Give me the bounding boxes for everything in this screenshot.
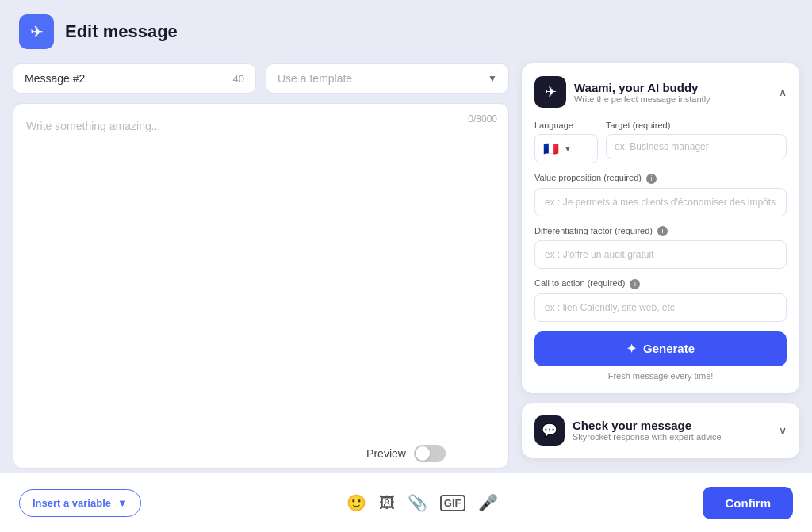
ai-card-header: ✈ Waami, your AI buddy Write the perfect… <box>534 76 787 108</box>
info-icon: i <box>646 174 657 184</box>
editor-placeholder: Write something amazing... <box>26 120 496 132</box>
ai-card-title: Waami, your AI buddy <box>574 81 710 94</box>
language-select[interactable]: 🇫🇷 ▼ <box>534 134 598 163</box>
spark-icon: ✦ <box>626 342 637 356</box>
generate-button[interactable]: ✦ Generate <box>534 331 787 366</box>
language-label: Language <box>534 121 598 130</box>
main-layout: Message #2 40 Use a template ▼ 0/8000 Wr… <box>0 63 812 469</box>
bottom-bar: Insert a variable ▼ 🙂 🖼 📎 GIF 🎤 Confirm <box>0 473 812 532</box>
image-icon[interactable]: 🖼 <box>379 494 395 512</box>
char-counter: 0/8000 <box>468 113 497 124</box>
target-group: Target (required) <box>606 121 787 159</box>
ai-card-titles: Waami, your AI buddy Write the perfect m… <box>574 81 710 104</box>
value-prop-label: Value proposition (required) i <box>534 173 787 184</box>
toggle-knob <box>416 446 430 461</box>
microphone-icon[interactable]: 🎤 <box>478 493 498 512</box>
flag-icon: 🇫🇷 <box>543 141 559 156</box>
target-input[interactable] <box>606 134 787 159</box>
diff-label: Differentiating factor (required) i <box>534 226 787 237</box>
language-group: Language 🇫🇷 ▼ <box>534 121 598 163</box>
message-name-count: 40 <box>233 73 244 85</box>
check-card-left: 💬 Check your message Skyrocket response … <box>534 415 722 446</box>
target-label: Target (required) <box>606 121 787 130</box>
info-icon: i <box>630 279 640 289</box>
gif-icon[interactable]: GIF <box>440 495 465 511</box>
message-name-label: Message #2 <box>25 72 85 85</box>
value-prop-group: Value proposition (required) i <box>534 173 787 216</box>
preview-toggle[interactable] <box>414 445 446 462</box>
toolbar-icons: 🙂 🖼 📎 GIF 🎤 <box>347 493 498 512</box>
right-panel: ✈ Waami, your AI buddy Write the perfect… <box>522 63 799 469</box>
check-card-titles: Check your message Skyrocket response wi… <box>573 419 722 442</box>
toolbar-row: Message #2 40 Use a template ▼ <box>13 63 509 94</box>
message-editor[interactable]: 0/8000 Write something amazing... <box>13 103 509 469</box>
generate-note: Fresh message every time! <box>534 371 787 381</box>
check-card-icon: 💬 <box>534 415 565 446</box>
template-select-label: Use a template <box>278 72 352 85</box>
check-card-subtitle: Skyrocket response with expert advice <box>573 432 722 442</box>
diff-group: Differentiating factor (required) i <box>534 226 787 270</box>
info-icon: i <box>657 226 668 236</box>
cta-label: Call to action (required) i <box>534 278 787 289</box>
page-header: ✈ Edit message <box>0 0 812 63</box>
diff-input[interactable] <box>534 240 787 269</box>
check-card-title: Check your message <box>573 419 722 432</box>
insert-variable-button[interactable]: Insert a variable ▼ <box>19 489 141 517</box>
page-title: Edit message <box>65 21 178 42</box>
ai-card-subtitle: Write the perfect message instantly <box>574 94 710 104</box>
confirm-button[interactable]: Confirm <box>703 487 793 519</box>
chevron-down-icon: ▼ <box>117 497 128 509</box>
language-target-row: Language 🇫🇷 ▼ Target (required) <box>534 121 787 163</box>
ai-card: ✈ Waami, your AI buddy Write the perfect… <box>522 63 799 393</box>
chevron-down-icon: ∨ <box>779 424 787 437</box>
header-icon: ✈ <box>19 14 54 49</box>
message-name-box: Message #2 40 <box>13 63 256 94</box>
ai-card-header-left: ✈ Waami, your AI buddy Write the perfect… <box>534 76 710 108</box>
chevron-down-icon: ▼ <box>488 73 497 84</box>
chevron-up-icon[interactable]: ∧ <box>779 86 787 98</box>
check-card[interactable]: 💬 Check your message Skyrocket response … <box>522 403 799 458</box>
preview-section: Preview <box>366 445 446 462</box>
preview-label: Preview <box>366 447 406 460</box>
insert-variable-label: Insert a variable <box>33 497 111 509</box>
left-panel: Message #2 40 Use a template ▼ 0/8000 Wr… <box>13 63 509 469</box>
ai-icon: ✈ <box>534 76 566 108</box>
template-select[interactable]: Use a template ▼ <box>266 63 509 94</box>
cta-input[interactable] <box>534 293 787 322</box>
cta-group: Call to action (required) i <box>534 278 787 322</box>
chevron-down-icon: ▼ <box>564 144 572 153</box>
value-prop-input[interactable] <box>534 188 787 216</box>
emoji-icon[interactable]: 🙂 <box>347 493 366 512</box>
attachment-icon[interactable]: 📎 <box>408 493 427 512</box>
